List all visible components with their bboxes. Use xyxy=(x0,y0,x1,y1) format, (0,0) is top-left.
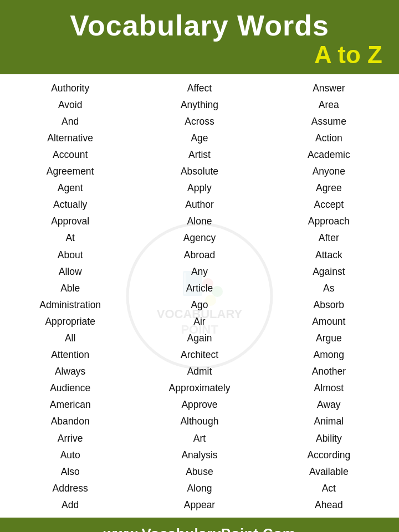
word-item: Academic xyxy=(308,146,350,163)
word-item: American xyxy=(50,396,91,413)
word-item: Attention xyxy=(51,346,89,363)
word-item: After xyxy=(319,229,339,246)
word-item: Age xyxy=(191,130,208,146)
word-item: Available xyxy=(309,463,349,480)
word-item: Able xyxy=(60,280,80,296)
word-item: Among xyxy=(314,346,344,363)
word-item: Another xyxy=(312,363,346,380)
word-item: Approve xyxy=(181,396,217,413)
word-item: Approximately xyxy=(169,380,231,396)
word-item: Anything xyxy=(181,96,218,113)
word-item: And xyxy=(62,113,79,130)
word-item: Almost xyxy=(314,380,344,396)
word-item: Account xyxy=(53,146,88,163)
word-item: Audience xyxy=(50,380,90,396)
word-item: Again xyxy=(187,330,212,346)
word-item: Agency xyxy=(183,229,216,246)
word-item: Area xyxy=(319,96,339,113)
column-1: AuthorityAvoidAndAlternativeAccountAgree… xyxy=(6,80,135,513)
word-item: All xyxy=(65,330,75,346)
word-item: According xyxy=(307,447,350,463)
word-item: Ahead xyxy=(315,497,343,513)
word-item: Auto xyxy=(60,447,80,463)
word-item: Absorb xyxy=(314,296,344,313)
word-item: Assume xyxy=(311,113,346,130)
word-item: As xyxy=(323,280,334,296)
word-item: Approval xyxy=(51,213,89,229)
header-title: Vocabulary Words xyxy=(11,10,388,42)
word-item: Authority xyxy=(51,80,89,96)
word-item: Article xyxy=(186,280,213,296)
word-item: Administration xyxy=(39,296,101,313)
word-item: Arrive xyxy=(58,430,83,447)
word-item: Art xyxy=(193,430,206,447)
word-item: Appropriate xyxy=(45,313,95,330)
word-item: Away xyxy=(317,396,340,413)
word-item: Appear xyxy=(184,497,215,513)
word-item: Abandon xyxy=(51,413,90,429)
word-item: Agreement xyxy=(47,163,94,180)
word-item: Admit xyxy=(187,363,212,380)
content: VOCABULARY POINT AuthorityAvoidAndAltern… xyxy=(0,74,399,518)
word-item: Alternative xyxy=(47,130,93,146)
word-item: Always xyxy=(55,363,85,380)
word-item: Add xyxy=(62,497,79,513)
word-item: Actually xyxy=(53,196,87,213)
footer: www.VocabularyPoint.Com xyxy=(0,518,399,532)
word-item: Agent xyxy=(58,180,83,196)
word-item: Address xyxy=(53,480,88,497)
word-item: Abuse xyxy=(186,463,213,480)
word-item: Air xyxy=(193,313,205,330)
words-grid: AuthorityAvoidAndAlternativeAccountAgree… xyxy=(0,80,399,513)
word-item: At xyxy=(65,229,75,246)
word-item: Author xyxy=(185,196,214,213)
word-item: Act xyxy=(322,480,336,497)
word-item: Affect xyxy=(187,80,212,96)
word-item: Ago xyxy=(191,296,208,313)
word-item: Along xyxy=(187,480,212,497)
word-item: Artist xyxy=(188,146,211,163)
word-item: Amount xyxy=(312,313,345,330)
column-3: AnswerAreaAssumeActionAcademicAnyoneAgre… xyxy=(264,80,393,513)
word-item: Against xyxy=(313,263,345,280)
word-item: Abroad xyxy=(184,247,215,263)
word-item: Any xyxy=(191,263,208,280)
word-item: Also xyxy=(61,463,80,480)
word-item: Argue xyxy=(316,330,342,346)
header-subtitle: A to Z xyxy=(11,42,388,68)
word-item: Approach xyxy=(308,213,350,229)
footer-url: www.VocabularyPoint.Com xyxy=(6,525,393,532)
word-item: Across xyxy=(185,113,214,130)
word-item: Action xyxy=(315,130,342,146)
word-item: Apply xyxy=(187,180,212,196)
word-item: Although xyxy=(180,413,218,429)
word-item: Allow xyxy=(59,263,82,280)
word-item: Avoid xyxy=(58,96,82,113)
column-2: AffectAnythingAcrossAgeArtistAbsoluteApp… xyxy=(135,80,264,513)
word-item: Animal xyxy=(314,413,344,429)
word-item: Analysis xyxy=(181,447,217,463)
word-item: Alone xyxy=(187,213,212,229)
word-item: Absolute xyxy=(181,163,218,180)
word-item: Architect xyxy=(181,346,218,363)
word-item: Anyone xyxy=(313,163,345,180)
word-item: Answer xyxy=(313,80,345,96)
word-item: Attack xyxy=(315,247,342,263)
header: Vocabulary Words A to Z xyxy=(0,0,399,74)
word-item: Accept xyxy=(314,196,344,213)
word-item: Ability xyxy=(316,430,342,447)
word-item: Agree xyxy=(316,180,342,196)
word-item: About xyxy=(58,247,83,263)
